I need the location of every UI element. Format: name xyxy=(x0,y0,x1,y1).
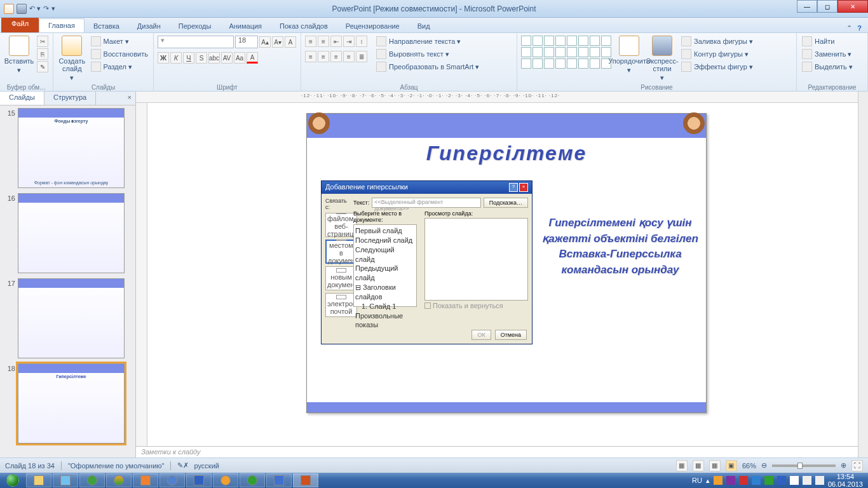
copy-icon[interactable]: ⎘ xyxy=(37,48,48,60)
zoom-in-icon[interactable]: ⊕ xyxy=(841,461,846,470)
view-slideshow-icon[interactable]: ▣ xyxy=(726,460,737,471)
thumb-18[interactable]: 18 Гиперсілтеме xyxy=(3,363,133,444)
task-app5[interactable] xyxy=(133,473,158,487)
select-button[interactable]: Выделить ▾ xyxy=(801,61,854,72)
link-to-new[interactable]: новым документом xyxy=(325,266,357,290)
section-button[interactable]: Раздел ▾ xyxy=(90,61,149,72)
tray-icon-4[interactable] xyxy=(752,476,761,485)
shape-effects-button[interactable]: Эффекты фигур ▾ xyxy=(680,61,754,72)
shape-outline-button[interactable]: Контур фигуры ▾ xyxy=(680,48,754,60)
tray-icon-6[interactable] xyxy=(777,476,786,485)
paste-button[interactable]: Вставить▾ xyxy=(4,36,34,74)
tab-file[interactable]: Файл xyxy=(1,17,39,32)
tab-slideshow[interactable]: Показ слайдов xyxy=(271,20,337,32)
zoom-out-icon[interactable]: ⊖ xyxy=(761,461,767,470)
slide-body-text[interactable]: Гиперсілтемені қосу үшін қажетті объекті… xyxy=(541,215,700,278)
task-explorer[interactable] xyxy=(26,473,51,487)
tray-icon-3[interactable] xyxy=(739,476,748,485)
task-app9[interactable] xyxy=(240,473,265,487)
dialog-close-icon[interactable]: × xyxy=(519,183,528,192)
redo-icon[interactable]: ↷ xyxy=(43,4,49,13)
align-left-icon[interactable]: ≡ xyxy=(305,51,316,62)
tray-time[interactable]: 13:54 xyxy=(828,473,863,480)
replace-button[interactable]: Заменить ▾ xyxy=(801,48,854,60)
show-return-check[interactable]: Показать и вернуться xyxy=(424,302,528,309)
case-icon[interactable]: Aa xyxy=(234,52,245,64)
slide[interactable]: Гиперсілтеме Добавление гиперссылки ?× С… xyxy=(306,113,707,413)
zoom-slider[interactable] xyxy=(772,464,836,467)
view-reading-icon[interactable]: ▦ xyxy=(709,460,721,471)
view-sorter-icon[interactable]: ▦ xyxy=(693,460,704,471)
indent-inc-icon[interactable]: ⇥ xyxy=(343,36,355,47)
view-normal-icon[interactable]: ▦ xyxy=(676,460,688,471)
text-direction-button[interactable]: Направление текста ▾ xyxy=(375,36,480,47)
line-spacing-icon[interactable]: ↕ xyxy=(356,36,367,47)
tray-up-icon[interactable]: ▴ xyxy=(706,477,710,485)
minimize-ribbon-icon[interactable]: ⌃ xyxy=(846,24,852,32)
arrange-button[interactable]: Упорядочить▾ xyxy=(614,36,644,74)
task-mediaplayer[interactable] xyxy=(213,473,238,487)
qat-menu-icon[interactable]: ▾ xyxy=(51,4,55,13)
font-name-combo[interactable]: ▾ xyxy=(158,36,234,48)
tray-icon-1[interactable] xyxy=(714,476,722,485)
link-text-input[interactable]: <<Выделенный фрагмент документа>> xyxy=(372,198,480,208)
tray-network-icon[interactable] xyxy=(803,476,811,485)
doc-tree[interactable]: Первый слайд Последний слайд Следующий с… xyxy=(353,224,417,307)
task-app6[interactable] xyxy=(159,473,185,487)
cut-icon[interactable]: ✂ xyxy=(37,36,48,47)
spellcheck-icon[interactable]: ✎✗ xyxy=(177,461,189,470)
language-label[interactable]: русский xyxy=(194,462,219,470)
tray-icon-7[interactable] xyxy=(790,476,799,485)
underline-icon[interactable]: Ч xyxy=(183,52,194,64)
spacing-icon[interactable]: AV xyxy=(221,52,233,64)
task-app3[interactable] xyxy=(79,473,105,487)
tray-lang[interactable]: RU xyxy=(692,477,702,484)
tab-insert[interactable]: Вставка xyxy=(85,20,128,32)
slide-canvas[interactable]: Гиперсілтеме Добавление гиперссылки ?× С… xyxy=(147,103,858,446)
indent-dec-icon[interactable]: ⇤ xyxy=(330,36,342,47)
font-color-icon[interactable]: A xyxy=(247,52,258,64)
tray-volume-icon[interactable] xyxy=(815,476,824,485)
tab-outline[interactable]: Структура xyxy=(44,92,96,105)
start-button[interactable] xyxy=(0,473,25,488)
notes-pane[interactable]: Заметки к слайду xyxy=(136,446,858,458)
thumbnails[interactable]: 15 Фонды өзгертуФормат - фон командасын … xyxy=(0,105,135,458)
bold-icon[interactable]: Ж xyxy=(158,52,169,64)
justify-icon[interactable]: ≡ xyxy=(343,51,355,62)
strike-icon[interactable]: abc xyxy=(208,52,220,64)
shapes-gallery[interactable] xyxy=(521,36,611,69)
tray-date[interactable]: 06.04.2013 xyxy=(828,480,863,488)
align-right-icon[interactable]: ≡ xyxy=(330,51,342,62)
smartart-button[interactable]: Преобразовать в SmartArt ▾ xyxy=(375,61,480,72)
panel-close-icon[interactable]: × xyxy=(124,92,135,105)
tab-home[interactable]: Главная xyxy=(39,18,85,32)
shadow-icon[interactable]: S xyxy=(196,52,207,64)
find-button[interactable]: Найти xyxy=(801,36,854,47)
tab-design[interactable]: Дизайн xyxy=(128,20,170,32)
undo-icon[interactable]: ↶ ▾ xyxy=(29,4,41,13)
tray-icon-2[interactable] xyxy=(726,476,735,485)
task-app4[interactable] xyxy=(106,473,132,487)
close-button[interactable]: ✕ xyxy=(837,0,868,13)
italic-icon[interactable]: К xyxy=(170,52,182,64)
layout-button[interactable]: Макет ▾ xyxy=(90,36,149,47)
columns-icon[interactable]: ≣ xyxy=(356,51,367,62)
thumb-17[interactable]: 17 xyxy=(3,278,133,358)
thumb-16[interactable]: 16 xyxy=(3,193,133,273)
tab-slides[interactable]: Слайды xyxy=(0,92,44,105)
format-painter-icon[interactable]: ✎ xyxy=(37,61,48,72)
shape-fill-button[interactable]: Заливка фигуры ▾ xyxy=(680,36,754,47)
grow-font-icon[interactable]: A▴ xyxy=(259,36,271,48)
fit-slide-icon[interactable]: ⛶ xyxy=(851,460,863,471)
dialog-titlebar[interactable]: Добавление гиперссылки ?× xyxy=(322,181,532,194)
tab-transitions[interactable]: Переходы xyxy=(170,20,220,32)
link-to-mail[interactable]: электронной почтой xyxy=(325,293,357,317)
link-to-doc[interactable]: местом в документе xyxy=(325,240,357,264)
minimize-button[interactable]: — xyxy=(797,0,817,13)
numbering-icon[interactable]: ≡ xyxy=(318,36,329,47)
slide-title[interactable]: Гиперсілтеме xyxy=(307,142,706,165)
tooltip-button[interactable]: Подсказка… xyxy=(484,198,528,208)
task-app2[interactable] xyxy=(53,473,78,487)
tab-review[interactable]: Рецензирование xyxy=(337,20,409,32)
task-app7[interactable] xyxy=(186,473,212,487)
